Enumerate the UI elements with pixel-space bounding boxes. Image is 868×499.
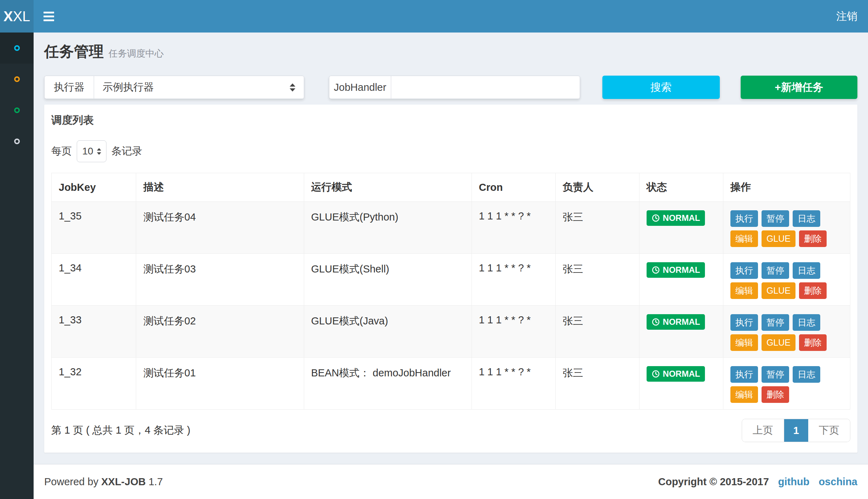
select-caret-icon (97, 148, 101, 155)
table-row: 1_35测试任务04GLUE模式(Python)1 1 1 * * ? *张三N… (52, 202, 850, 254)
col-header-desc: 描述 (136, 173, 304, 202)
jobkey-cell: 1_33 (52, 306, 136, 358)
jobkey-cell: 1_34 (52, 254, 136, 306)
executor-selected-value: 示例执行器 (103, 80, 154, 94)
job-table: JobKey 描述 运行模式 Cron 负责人 状态 操作 1_35测试任务04… (51, 173, 850, 410)
status-text: NORMAL (663, 265, 700, 275)
mode-cell: GLUE模式(Java) (304, 306, 471, 358)
jobkey-cell: 1_35 (52, 202, 136, 254)
status-cell: NORMAL (639, 306, 723, 358)
logout-button[interactable]: 注销 (826, 0, 868, 33)
owner-cell: 张三 (555, 358, 639, 410)
actions-cell: 执行暂停日志编辑GLUE删除 (723, 254, 850, 306)
action-delete-button[interactable]: 删除 (799, 282, 827, 299)
action-glue-button[interactable]: GLUE (762, 282, 795, 299)
action-log-button[interactable]: 日志 (793, 210, 820, 227)
jobhandler-label: JobHandler (329, 76, 391, 99)
app-logo[interactable]: XXL (0, 0, 34, 33)
pagination-summary: 第 1 页 ( 总共 1 页，4 条记录 ) (51, 423, 190, 438)
action-log-button[interactable]: 日志 (793, 366, 820, 383)
action-delete-button[interactable]: 删除 (799, 230, 827, 247)
action-glue-button[interactable]: GLUE (762, 334, 795, 351)
oschina-link[interactable]: oschina (818, 476, 857, 488)
col-header-cron: Cron (471, 173, 555, 202)
action-run-button[interactable]: 执行 (730, 210, 758, 227)
cron-cell: 1 1 1 * * ? * (471, 358, 555, 410)
status-badge: NORMAL (647, 210, 705, 226)
action-pause-button[interactable]: 暂停 (762, 314, 789, 331)
action-delete-button[interactable]: 删除 (799, 334, 827, 351)
desc-cell: 测试任务04 (136, 202, 304, 254)
action-run-button[interactable]: 执行 (730, 314, 758, 331)
sidebar-item-3[interactable] (0, 95, 34, 126)
action-run-button[interactable]: 执行 (730, 262, 758, 279)
action-log-button[interactable]: 日志 (793, 262, 820, 279)
circle-icon (14, 139, 20, 144)
actions-cell: 执行暂停日志编辑GLUE删除 (723, 202, 850, 254)
status-badge: NORMAL (647, 262, 705, 278)
executor-label: 执行器 (44, 76, 94, 99)
sidebar-toggle-button[interactable] (34, 0, 64, 33)
action-delete-button[interactable]: 删除 (762, 386, 789, 403)
panel-title: 调度列表 (51, 113, 850, 128)
sidebar-item-1[interactable] (0, 33, 34, 64)
table-row: 1_34测试任务03GLUE模式(Shell)1 1 1 * * ? *张三NO… (52, 254, 850, 306)
status-cell: NORMAL (639, 202, 723, 254)
actions-row: 执行暂停日志 (730, 262, 843, 279)
prev-page-button[interactable]: 上页 (742, 419, 784, 442)
page-size-value: 10 (82, 146, 93, 157)
add-job-button[interactable]: +新增任务 (741, 76, 857, 99)
actions-cell: 执行暂停日志编辑删除 (723, 358, 850, 410)
executor-select[interactable]: 示例执行器 (94, 76, 304, 99)
action-run-button[interactable]: 执行 (730, 366, 758, 383)
jobhandler-input-wrap (391, 76, 580, 99)
schedule-list-panel: 调度列表 每页 10 条记录 JobKey 描述 运 (44, 105, 857, 453)
sidebar-item-2[interactable] (0, 64, 34, 95)
action-pause-button[interactable]: 暂停 (762, 262, 789, 279)
action-edit-button[interactable]: 编辑 (730, 230, 758, 247)
next-page-button[interactable]: 下页 (808, 419, 850, 442)
circle-icon (14, 107, 20, 113)
page-size-prefix: 每页 (51, 144, 72, 158)
status-text: NORMAL (663, 213, 700, 223)
logo-bold-letter: X (4, 8, 13, 24)
jobhandler-input[interactable] (400, 76, 571, 99)
action-pause-button[interactable]: 暂停 (762, 366, 789, 383)
actions-row: 编辑GLUE删除 (730, 282, 843, 299)
table-row: 1_33测试任务02GLUE模式(Java)1 1 1 * * ? *张三NOR… (52, 306, 850, 358)
clock-icon (652, 266, 660, 274)
main-content: 任务管理 任务调度中心 执行器 示例执行器 JobHandler 搜索 +新增任… (34, 33, 868, 464)
action-pause-button[interactable]: 暂停 (762, 210, 789, 227)
cron-cell: 1 1 1 * * ? * (471, 306, 555, 358)
github-link[interactable]: github (778, 476, 810, 488)
page-size-suffix: 条记录 (111, 144, 142, 158)
product-version: 1.7 (149, 476, 163, 487)
xxl-job-admin-page: XXL 注销 任务管理 任务调度中心 执行器 示例执行器 (0, 0, 868, 499)
pager: 上页 1 下页 (742, 419, 850, 442)
col-header-actions: 操作 (723, 173, 850, 202)
page-size-select[interactable]: 10 (77, 140, 106, 162)
desc-cell: 测试任务02 (136, 306, 304, 358)
pagination-row: 第 1 页 ( 总共 1 页，4 条记录 ) 上页 1 下页 (51, 419, 850, 442)
actions-row: 编辑GLUE删除 (730, 334, 843, 351)
circle-icon (14, 76, 20, 82)
action-edit-button[interactable]: 编辑 (730, 282, 758, 299)
cron-cell: 1 1 1 * * ? * (471, 254, 555, 306)
current-page-button[interactable]: 1 (784, 419, 808, 442)
action-glue-button[interactable]: GLUE (762, 230, 795, 247)
sidebar-item-4[interactable] (0, 126, 34, 157)
navbar-right: 注销 (826, 0, 868, 33)
status-text: NORMAL (663, 369, 700, 379)
search-button[interactable]: 搜索 (602, 76, 720, 99)
clock-icon (652, 318, 660, 326)
select-caret-icon (290, 83, 295, 92)
action-edit-button[interactable]: 编辑 (730, 334, 758, 351)
page-footer: Powered by XXL-JOB 1.7 Copyright © 2015-… (34, 464, 868, 499)
action-log-button[interactable]: 日志 (793, 314, 820, 331)
page-title: 任务管理 (44, 42, 104, 61)
left-sidebar (0, 33, 34, 499)
clock-icon (652, 370, 660, 378)
action-edit-button[interactable]: 编辑 (730, 386, 758, 403)
actions-row: 编辑GLUE删除 (730, 230, 843, 247)
desc-cell: 测试任务03 (136, 254, 304, 306)
